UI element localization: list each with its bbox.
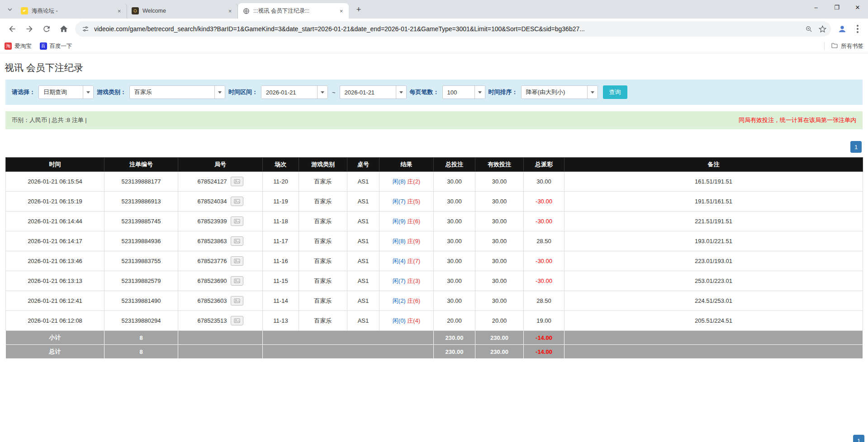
result-banker: 庄(9)	[407, 238, 420, 245]
query-mode-select[interactable]: 日期查询	[38, 85, 94, 99]
forward-button[interactable]	[22, 21, 37, 37]
sort-label: 时间排序：	[489, 88, 518, 96]
game-type-select[interactable]: 百家乐	[129, 85, 225, 99]
game-type: 百家乐	[299, 251, 347, 271]
divider	[824, 42, 825, 50]
tab-favicon-seabird-icon	[21, 7, 28, 14]
result-banker: 庄(2)	[407, 178, 420, 185]
chevron-down-icon[interactable]	[83, 86, 93, 99]
total-bet-link[interactable]: 30.00	[434, 251, 475, 271]
back-button[interactable]	[5, 21, 20, 37]
round-result-image-button[interactable]	[231, 316, 243, 325]
total-bet-link[interactable]: 20.00	[434, 311, 475, 331]
tab-title: Welcome	[142, 8, 223, 14]
new-tab-button[interactable]: +	[352, 3, 365, 16]
zoom-icon[interactable]	[803, 23, 815, 35]
table-body: 2026-01-21 06:15:54 523139888177 6785241…	[6, 172, 863, 331]
window-maximize-button[interactable]: ❐	[826, 0, 847, 14]
folder-icon	[831, 42, 838, 51]
table-row: 2026-01-21 06:12:08 523139880294 6785235…	[6, 311, 863, 331]
remark: 161.51/191.51	[564, 172, 863, 192]
result-banker: 庄(7)	[407, 258, 420, 264]
table-row: 2026-01-21 06:12:41 523139881490 6785236…	[6, 291, 863, 311]
game-type: 百家乐	[299, 271, 347, 291]
round-result-image-button[interactable]	[231, 256, 243, 266]
site-info-icon[interactable]	[81, 24, 90, 34]
payout: 19.00	[524, 311, 564, 331]
reload-button[interactable]	[39, 21, 54, 37]
round-result-image-button[interactable]	[231, 177, 243, 186]
round-result-image-button[interactable]	[231, 296, 243, 306]
remark: 224.51/253.01	[564, 291, 863, 311]
payout: -30.00	[524, 192, 564, 212]
chevron-down-icon[interactable]	[317, 86, 327, 99]
total-bet-link[interactable]: 30.00	[434, 291, 475, 311]
total-bet-link[interactable]: 30.00	[434, 271, 475, 291]
bookmark-baidu[interactable]: 百 百度一下	[40, 42, 72, 50]
url-text[interactable]: videoie.com/game/betrecord_search/kind3?…	[94, 25, 801, 33]
round-result-image-button[interactable]	[231, 216, 243, 226]
round-id: 678523863	[197, 238, 227, 245]
per-page-select[interactable]: 100	[442, 85, 485, 99]
chevron-down-icon[interactable]	[214, 86, 225, 99]
total-bet-link[interactable]: 30.00	[434, 192, 475, 212]
sort-select[interactable]: 降幂(由大到小)	[521, 85, 598, 99]
session-number: 11-13	[263, 311, 299, 331]
all-bookmarks-button[interactable]: 所有书签	[824, 42, 863, 51]
date-start-input[interactable]: 2026-01-21	[261, 85, 328, 99]
total-bet-link[interactable]: 30.00	[434, 172, 475, 192]
baidu-favicon-icon: 百	[40, 42, 47, 50]
table-number: AS1	[347, 172, 379, 192]
bet-time: 2026-01-21 06:13:13	[6, 271, 104, 291]
page-number-button[interactable]: 1	[853, 435, 864, 442]
result-cell: 闲(7) 庄(3)	[379, 271, 434, 291]
total-bet-link[interactable]: 30.00	[434, 231, 475, 251]
bet-time: 2026-01-21 06:14:17	[6, 231, 104, 251]
tab-search-chevron-icon[interactable]	[4, 3, 16, 16]
tab-favicon-welcome-icon	[132, 7, 139, 14]
round-result-image-button[interactable]	[231, 276, 243, 286]
round-result-image-button[interactable]	[231, 197, 243, 206]
col-session: 场次	[263, 158, 299, 172]
round-result-image-button[interactable]	[231, 236, 243, 246]
result-cell: 闲(0) 庄(4)	[379, 311, 434, 331]
date-range-label: 时间区间：	[228, 88, 258, 96]
chevron-down-icon[interactable]	[587, 86, 598, 99]
tab-seabird-forum[interactable]: 海燕论坛 - ×	[16, 3, 127, 19]
chevron-down-icon[interactable]	[396, 86, 406, 99]
window-minimize-button[interactable]: –	[806, 0, 826, 14]
date-end-input[interactable]: 2026-01-21	[340, 85, 407, 99]
browser-menu-icon[interactable]	[851, 22, 864, 36]
round-id: 678523776	[197, 258, 227, 264]
col-remark: 备注	[564, 158, 863, 172]
game-type-value: 百家乐	[130, 86, 214, 99]
bet-id: 523139882579	[104, 271, 178, 291]
table-row: 2026-01-21 06:14:44 523139885745 6785239…	[6, 212, 863, 231]
bookmark-aitaobao[interactable]: 淘 爱淘宝	[5, 42, 32, 50]
col-round-id: 局号	[178, 158, 263, 172]
tab-close-icon[interactable]: ×	[115, 7, 123, 15]
payout: 28.50	[524, 291, 564, 311]
tab-close-icon[interactable]: ×	[226, 7, 234, 15]
valid-bet: 20.00	[475, 311, 524, 331]
valid-bet: 30.00	[475, 251, 524, 271]
address-bar[interactable]: videoie.com/game/betrecord_search/kind3?…	[75, 21, 831, 37]
bet-id: 523139883755	[104, 251, 178, 271]
tab-close-icon[interactable]: ×	[337, 7, 345, 15]
chevron-down-icon[interactable]	[474, 86, 485, 99]
window-close-button[interactable]: ✕	[847, 0, 868, 14]
profile-avatar[interactable]	[835, 22, 849, 36]
query-button[interactable]: 查询	[603, 85, 627, 99]
home-button[interactable]	[56, 21, 71, 37]
table-row: 2026-01-21 06:14:17 523139884936 6785238…	[6, 231, 863, 251]
tab-bet-record[interactable]: :::视讯 会员下注纪录::: ×	[238, 3, 349, 19]
subtotal-row: 小计 8 230.00 230.00 -14.00	[6, 331, 863, 345]
total-bet-link[interactable]: 30.00	[434, 212, 475, 231]
session-number: 11-15	[263, 271, 299, 291]
page-number-button[interactable]: 1	[850, 141, 862, 153]
table-number: AS1	[347, 212, 379, 231]
tab-welcome[interactable]: Welcome ×	[127, 3, 238, 19]
remark: 221.51/191.51	[564, 212, 863, 231]
bookmark-star-icon[interactable]	[816, 23, 828, 35]
result-player: 闲(9)	[393, 218, 406, 225]
